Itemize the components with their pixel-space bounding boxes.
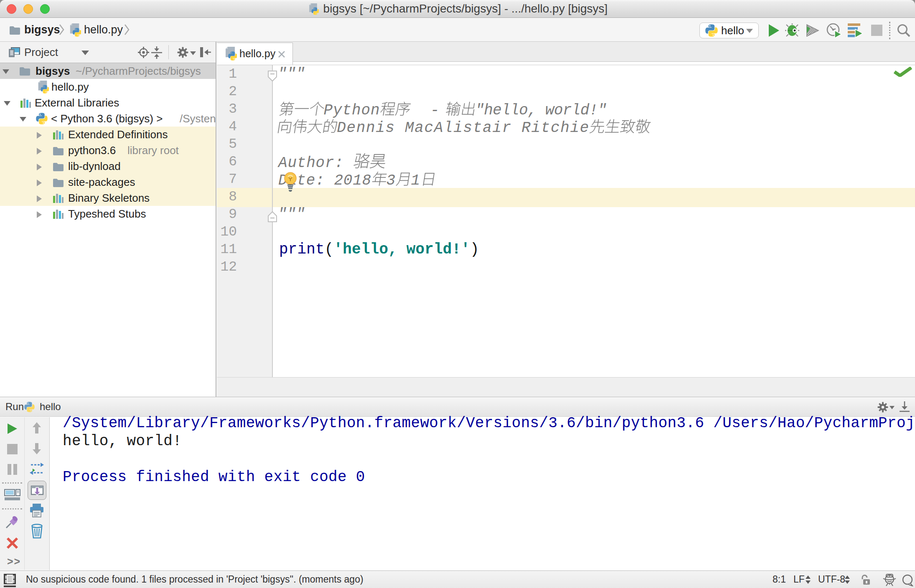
svg-text:1: 1 <box>411 172 420 188</box>
svg-text:"hello, world!": "hello, world!" <box>475 102 607 118</box>
svg-text:3: 3 <box>386 172 396 188</box>
svg-text:Author:: Author: <box>277 155 343 171</box>
svg-text:Python: Python <box>324 102 380 118</box>
svg-text:Dennis MacAlistair Ritchie: Dennis MacAlistair Ritchie <box>337 119 589 136</box>
svg-text:-: - <box>430 102 440 118</box>
